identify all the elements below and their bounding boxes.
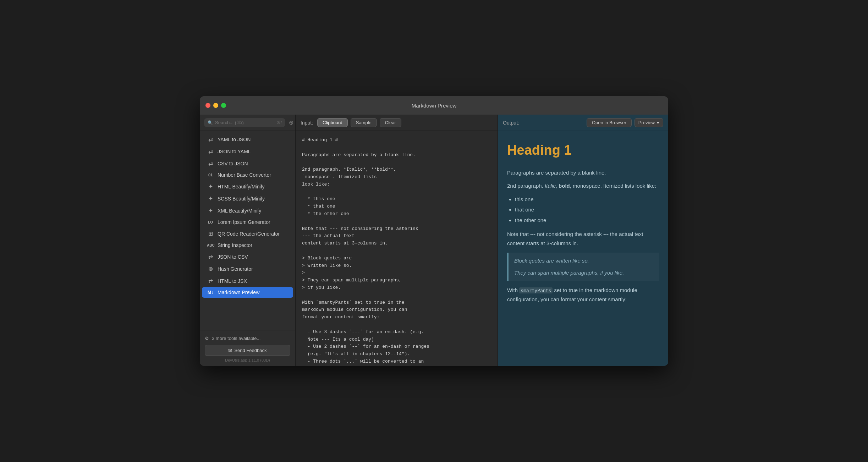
sidebar-item-markdown-preview[interactable]: M↓ Markdown Preview [202, 287, 293, 298]
sidebar-item-label: JSON to CSV [218, 254, 248, 260]
sidebar-item-label: YAML to JSON [218, 137, 251, 142]
abc-icon: ABC [207, 243, 214, 247]
output-label: Output: [503, 120, 584, 126]
sidebar-item-label: HTML Beautify/Minify [218, 184, 265, 189]
input-label: Input: [301, 120, 313, 126]
sidebar-item-hash-generator[interactable]: ⊛ Hash Generator [202, 263, 293, 275]
lorem-icon: LO [207, 220, 214, 224]
maximize-button[interactable] [221, 103, 226, 108]
search-row: 🔍 ⌘/ ⊕ [204, 118, 291, 127]
preview-content: Heading 1 Paragraphs are separated by a … [498, 131, 668, 366]
sidebar-item-label: XML Beautify/Minify [218, 208, 261, 214]
titlebar: Markdown Preview [200, 96, 668, 115]
para2-end: , monospace. Itemized lists look like: [570, 183, 656, 189]
settings-button[interactable]: ⊕ [287, 119, 295, 126]
list-item: this one [515, 195, 659, 204]
preview-note: Note that --- not considering the asteri… [507, 230, 659, 248]
content-area: 🔍 ⌘/ ⊕ ⇄ YAML to JSON ⇄ JSON to YAML [200, 115, 668, 366]
version-text: DevUtils.app 1.11.0 (83D) [205, 358, 290, 362]
sidebar-item-label: JSON to YAML [218, 149, 251, 154]
sidebar-item-label: QR Code Reader/Generator [218, 231, 280, 237]
sidebar-item-label: String Inspector [218, 242, 252, 248]
number-icon: 01 [207, 173, 214, 177]
sidebar: 🔍 ⌘/ ⊕ ⇄ YAML to JSON ⇄ JSON to YAML [200, 115, 296, 366]
search-shortcut: ⌘/ [277, 120, 282, 125]
clipboard-button[interactable]: Clipboard [317, 118, 348, 127]
sidebar-item-json-to-csv[interactable]: ⇄ JSON to CSV [202, 251, 293, 263]
sidebar-item-json-to-yaml[interactable]: ⇄ JSON to YAML [202, 145, 293, 157]
chevron-down-icon: ▾ [657, 120, 659, 125]
convert-icon: ⇄ [207, 253, 214, 260]
convert-icon: ⇄ [207, 160, 214, 167]
editor-area[interactable]: # Heading 1 # Paragraphs are separated b… [296, 131, 498, 366]
window-controls [205, 103, 226, 108]
hash-icon: ⊛ [207, 265, 214, 272]
sidebar-item-string-inspector[interactable]: ABC String Inspector [202, 240, 293, 251]
envelope-icon: ✉ [228, 348, 232, 353]
preview-select[interactable]: Preview ▾ [634, 118, 663, 127]
preview-blockquote: Block quotes are written like so. They c… [507, 253, 659, 281]
sidebar-item-yaml-to-json[interactable]: ⇄ YAML to JSON [202, 133, 293, 145]
app-window: Markdown Preview 🔍 ⌘/ ⊕ ⇄ YAML to JSON [200, 96, 668, 366]
editor-content: # Heading 1 # Paragraphs are separated b… [302, 137, 491, 365]
sidebar-item-label: HTML to JSX [218, 278, 247, 284]
preview-smarty: With smartyPants set to true in the mark… [507, 286, 659, 304]
wand-icon: ✦ [207, 207, 214, 214]
sample-button[interactable]: Sample [351, 118, 377, 127]
input-toolbar: Input: Clipboard Sample Clear [296, 115, 498, 131]
output-toolbar: Output: Open in Browser Preview ▾ [498, 115, 668, 131]
search-area: 🔍 ⌘/ ⊕ [200, 115, 295, 131]
convert-icon: ⇄ [207, 136, 214, 143]
sidebar-item-qr-code[interactable]: ⊞ QR Code Reader/Generator [202, 228, 293, 240]
convert-icon: ⇄ [207, 148, 214, 155]
convert-icon: ⇄ [207, 277, 214, 284]
wand-icon: ✦ [207, 195, 214, 202]
sidebar-item-label: Markdown Preview [218, 290, 259, 295]
main-area: Input: Clipboard Sample Clear # Heading … [296, 115, 668, 366]
sidebar-item-label: CSV to JSON [218, 161, 248, 166]
search-icon: 🔍 [208, 120, 213, 125]
smarty-code: smartyPants [519, 287, 553, 293]
sidebar-item-scss-beautify[interactable]: ✦ SCSS Beautify/Minify [202, 193, 293, 204]
para2-italic: Italic [545, 183, 556, 189]
sidebar-list: ⇄ YAML to JSON ⇄ JSON to YAML ⇄ CSV to J… [200, 131, 295, 330]
list-item: the other one [515, 216, 659, 225]
sidebar-item-xml-beautify[interactable]: ✦ XML Beautify/Minify [202, 205, 293, 216]
blockquote-para1: Block quotes are written like so. [514, 256, 653, 265]
preview-para2: 2nd paragraph. Italic, bold, monospace. … [507, 181, 659, 191]
sidebar-item-html-to-jsx[interactable]: ⇄ HTML to JSX [202, 275, 293, 287]
blockquote-para2: They can span multiple paragraphs, if yo… [514, 268, 653, 277]
send-feedback-button[interactable]: ✉ Send Feedback [205, 345, 290, 356]
preview-para1: Paragraphs are separated by a blank line… [507, 168, 659, 177]
sidebar-item-number-base[interactable]: 01 Number Base Converter [202, 170, 293, 180]
clear-button[interactable]: Clear [380, 118, 401, 127]
sidebar-item-label: Number Base Converter [218, 172, 271, 178]
minimize-button[interactable] [213, 103, 218, 108]
feedback-label: Send Feedback [234, 348, 267, 353]
qr-icon: ⊞ [207, 230, 214, 237]
sidebar-item-label: Hash Generator [218, 266, 253, 272]
preview-heading1: Heading 1 [507, 139, 659, 162]
wand-icon: ✦ [207, 183, 214, 190]
markdown-icon: M↓ [207, 290, 214, 295]
output-panel: Output: Open in Browser Preview ▾ Headin… [498, 115, 668, 366]
close-button[interactable] [205, 103, 210, 108]
search-box: 🔍 ⌘/ [204, 118, 285, 127]
window-title: Markdown Preview [412, 103, 457, 109]
input-panel: Input: Clipboard Sample Clear # Heading … [296, 115, 498, 366]
sidebar-item-label: Lorem Ipsum Generator [218, 219, 270, 225]
para2-mid: , [556, 183, 559, 189]
list-item: that one [515, 205, 659, 214]
para2-text: 2nd paragraph. [507, 183, 545, 189]
para2-bold: bold [559, 183, 570, 189]
sidebar-item-lorem-ipsum[interactable]: LO Lorem Ipsum Generator [202, 217, 293, 227]
gear-icon: ⚙ [205, 336, 209, 341]
sidebar-item-csv-to-json[interactable]: ⇄ CSV to JSON [202, 158, 293, 169]
sidebar-item-label: SCSS Beautify/Minify [218, 196, 265, 202]
open-in-browser-button[interactable]: Open in Browser [587, 118, 632, 127]
more-tools-item[interactable]: ⚙ 3 more tools available... [205, 334, 290, 343]
preview-list: this one that one the other one [515, 195, 659, 225]
preview-select-label: Preview [638, 120, 655, 125]
sidebar-item-html-beautify[interactable]: ✦ HTML Beautify/Minify [202, 181, 293, 192]
search-input[interactable] [215, 120, 275, 125]
